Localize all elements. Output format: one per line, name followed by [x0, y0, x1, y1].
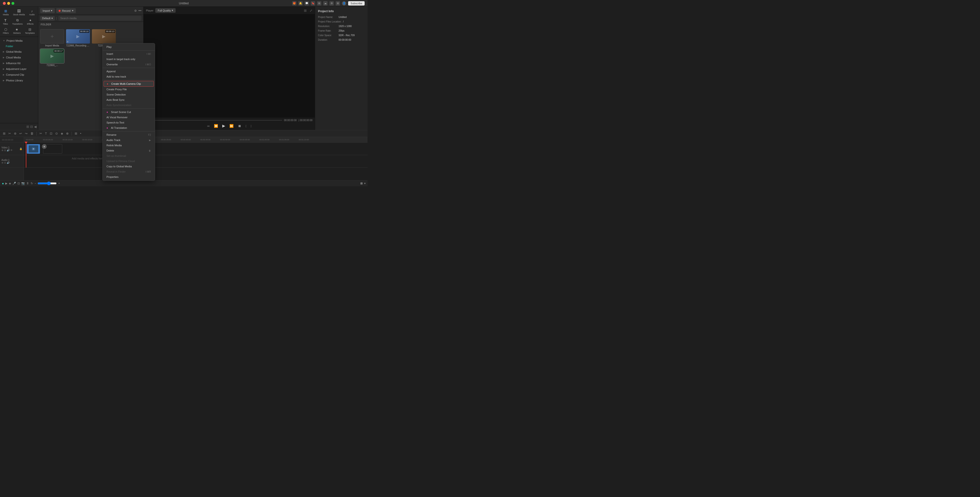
- toolbar-media[interactable]: ⊞ Media: [1, 8, 11, 17]
- timeline-clip-video1[interactable]: [27, 144, 40, 154]
- sidebar-item-global-media[interactable]: ▶ Global Media: [0, 49, 38, 54]
- ctx-insert-target[interactable]: Insert in target track only: [103, 56, 155, 62]
- maximize-button[interactable]: [11, 2, 14, 5]
- ctx-scene-detection[interactable]: Scene Detection: [103, 92, 155, 97]
- sidebar-item-project-media[interactable]: ▼ Project Media: [0, 38, 38, 43]
- fullscreen-icon[interactable]: ⤢: [310, 9, 312, 13]
- settings-icon[interactable]: ⚙: [329, 1, 334, 5]
- ctx-overwrite[interactable]: Overwrite ⇧⌘O: [103, 62, 155, 67]
- ctx-ai-translation[interactable]: ● AI Translation: [103, 125, 155, 131]
- marker-icon[interactable]: ◈: [60, 131, 64, 136]
- ctx-properties[interactable]: Properties: [103, 174, 155, 180]
- bell-icon[interactable]: 🔔: [298, 1, 303, 5]
- zoom-in-icon[interactable]: +: [58, 182, 60, 185]
- ctx-create-proxy[interactable]: Create Proxy File: [103, 87, 155, 92]
- playhead[interactable]: [26, 143, 26, 167]
- ctx-smart-scene-cut[interactable]: ● Smart Scene Cut: [103, 109, 155, 115]
- import-folder-icon[interactable]: ⊟: [30, 125, 33, 129]
- more-options-icon[interactable]: •••: [138, 9, 142, 13]
- import-media-item[interactable]: + Import Media: [40, 29, 64, 47]
- step-forward-button[interactable]: ⏩: [229, 124, 234, 128]
- chat-icon[interactable]: 💬: [305, 1, 309, 5]
- video1-copy-icon[interactable]: ⊟: [4, 149, 6, 151]
- toolbar-stock[interactable]: 🖼 Stock Media: [11, 8, 27, 17]
- quality-button[interactable]: Full Quality ▾: [155, 8, 176, 13]
- media-item-0[interactable]: ▶ 00:00:10 ⊕ 722866_Recording P...: [66, 29, 90, 47]
- loop-icon[interactable]: ↻: [30, 182, 33, 185]
- link-icon[interactable]: ⊛: [13, 131, 18, 136]
- cloud-icon[interactable]: ☁: [323, 1, 328, 5]
- avatar[interactable]: 👤: [342, 1, 346, 5]
- mic-icon[interactable]: 🎤: [13, 182, 16, 185]
- delete-tl-icon[interactable]: 🗑: [29, 131, 35, 136]
- toolbar-templates[interactable]: ⊟ Templates: [23, 27, 37, 35]
- ctx-auto-beat-sync[interactable]: Auto Beat Sync: [103, 97, 155, 102]
- out-point-button[interactable]: ]: [250, 124, 252, 128]
- gift-icon[interactable]: 🎁: [292, 1, 296, 5]
- snap-icon[interactable]: ⊞: [2, 131, 6, 136]
- toolbar-audio[interactable]: ♪ Audio: [27, 8, 37, 17]
- redo-icon[interactable]: ↪: [24, 131, 29, 136]
- layout-icon[interactable]: ⊞: [360, 182, 363, 185]
- add-folder-icon[interactable]: ⊞: [26, 125, 29, 129]
- magnet-icon[interactable]: ✂: [7, 131, 12, 136]
- sidebar-item-cloud-media[interactable]: ▶ Cloud Media: [0, 54, 38, 61]
- sidebar-item-compound-clip[interactable]: ▶ Compound Clip: [0, 72, 38, 78]
- toolbar-stickers[interactable]: ★ Stickers: [11, 27, 23, 35]
- collapse-icon[interactable]: ◀: [34, 125, 37, 129]
- audio-mixer-icon[interactable]: 🎚: [26, 182, 29, 185]
- crop-icon[interactable]: ⊡: [49, 131, 53, 136]
- ctx-append[interactable]: Append: [103, 69, 155, 74]
- in-point-button[interactable]: [: [245, 124, 247, 128]
- layout-options-icon[interactable]: ▾: [364, 182, 366, 185]
- default-view-button[interactable]: Default ▾: [40, 16, 55, 21]
- ai-icon[interactable]: ⊕: [65, 131, 70, 136]
- ctx-play[interactable]: Play: [103, 44, 155, 49]
- video1-eye-icon[interactable]: 👁: [10, 149, 13, 151]
- ctx-copy-global[interactable]: Copy to Global Media: [103, 164, 155, 169]
- step-back-button[interactable]: ⏪: [213, 124, 219, 128]
- play-button[interactable]: ▶: [221, 123, 226, 129]
- subscribe-button[interactable]: Subscribe: [348, 1, 364, 5]
- screen-icon[interactable]: ⊞: [317, 1, 321, 5]
- more-tl-icon[interactable]: •: [79, 131, 82, 136]
- speed-icon[interactable]: ⊙: [54, 131, 59, 136]
- camera-icon[interactable]: 📷: [21, 182, 25, 185]
- sidebar-item-influence-kit[interactable]: ▶ Influence Kit: [0, 61, 38, 66]
- ctx-audio-track[interactable]: Audio Track ▶: [103, 137, 155, 143]
- zoom-out-icon[interactable]: −: [35, 182, 36, 185]
- screen-capture-icon[interactable]: ⊡: [18, 182, 20, 185]
- grid-icon[interactable]: ⊞: [336, 1, 340, 5]
- record-timeline-icon[interactable]: ●: [2, 182, 4, 185]
- ctx-rename[interactable]: Rename F2: [103, 132, 155, 137]
- ctx-relink-media[interactable]: Relink Media: [103, 143, 155, 148]
- prev-frame-button[interactable]: ⏮: [206, 124, 210, 128]
- cut-icon[interactable]: ✂: [38, 131, 43, 136]
- video1-volume-icon[interactable]: 🔊: [7, 149, 10, 151]
- toolbar-titles[interactable]: T Titles: [1, 18, 10, 26]
- grid-layout-icon[interactable]: ⊞: [74, 131, 78, 136]
- ctx-delete[interactable]: Delete 🗑: [103, 148, 155, 153]
- audio1-add-icon[interactable]: ⊕: [2, 161, 3, 164]
- video1-lock-icon[interactable]: 🔒: [19, 148, 22, 150]
- ctx-create-multicam[interactable]: ● Create Multi-Camera Clip: [103, 81, 154, 87]
- filter-icon[interactable]: ⚙: [134, 9, 137, 13]
- audio1-volume-icon[interactable]: 🔊: [7, 161, 10, 164]
- ctx-speech-to-text[interactable]: Speech-to-Text: [103, 120, 155, 125]
- minimize-button[interactable]: [7, 2, 10, 5]
- toolbar-transitions[interactable]: ⧉ Transitions: [10, 17, 25, 26]
- audio1-copy-icon[interactable]: ⊟: [4, 161, 6, 164]
- import-media-thumb[interactable]: +: [40, 29, 64, 43]
- toolbar-filters[interactable]: ⬡ Filters: [1, 27, 11, 35]
- toolbar-effects[interactable]: ✦ Effects: [25, 18, 35, 26]
- sidebar-item-photos-library[interactable]: ▶ Photos Library: [0, 78, 38, 83]
- play-tl-icon[interactable]: ▶: [5, 182, 7, 185]
- undo-icon[interactable]: ↩: [18, 131, 23, 136]
- media-item-2[interactable]: ▶ 00:00:17 722869_...: [40, 49, 64, 67]
- ctx-add-new-track[interactable]: Add to new track: [103, 74, 155, 79]
- bookmark-icon[interactable]: 🔖: [311, 1, 315, 5]
- player-progress-bar[interactable]: [146, 120, 282, 121]
- stop-button[interactable]: ⏹: [237, 124, 242, 128]
- import-button[interactable]: Import ▾: [40, 8, 55, 13]
- media-add-icon-0[interactable]: ⊕: [67, 40, 68, 43]
